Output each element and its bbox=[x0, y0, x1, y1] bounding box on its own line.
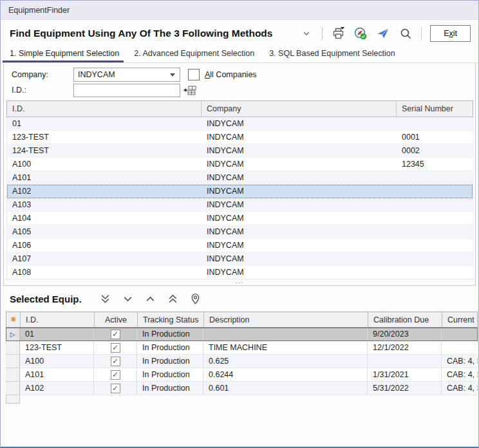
simple-selection-panel: Company: INDYCAM All Companies I.D.: bbox=[3, 63, 476, 286]
equipment-row[interactable]: A101 INDYCAM bbox=[7, 171, 473, 185]
tab-sql-equipment-selection[interactable]: 3. SQL Based Equipment Selection bbox=[269, 47, 395, 62]
cell-serial bbox=[397, 252, 473, 265]
equipment-row[interactable]: A104 INDYCAM bbox=[7, 212, 473, 225]
cell-id: A102 bbox=[20, 382, 94, 395]
equipment-row[interactable]: A105 INDYCAM bbox=[7, 225, 473, 239]
cell-active: ✓ bbox=[94, 328, 137, 341]
equipment-row[interactable]: 124-TEST INDYCAM 0002 bbox=[7, 144, 473, 158]
row-selector[interactable] bbox=[6, 355, 20, 368]
move-down-icon[interactable] bbox=[121, 292, 134, 305]
column-header-tracking-status[interactable]: Tracking Status bbox=[138, 312, 204, 327]
column-header-current-location[interactable]: Current L bbox=[442, 312, 477, 327]
column-header-id[interactable]: I.D. bbox=[21, 312, 95, 327]
title-bar: EquipmentFinder bbox=[1, 1, 478, 20]
cell-id: 01 bbox=[20, 328, 94, 341]
cell-company: INDYCAM bbox=[202, 212, 397, 225]
cell-description: 0.6244 bbox=[203, 368, 368, 382]
company-value: INDYCAM bbox=[78, 70, 170, 79]
new-row-selector-stub bbox=[6, 395, 20, 404]
cell-company: INDYCAM bbox=[202, 131, 397, 144]
selected-grid-body: ▷ 01 ✓ In Production 9/20/2023 123-TEST … bbox=[6, 328, 478, 395]
cell-id: A100 bbox=[7, 158, 202, 171]
selected-equipment-grid: ✱ I.D. Active Tracking Status Descriptio… bbox=[6, 312, 478, 404]
active-checkbox[interactable]: ✓ bbox=[111, 357, 120, 366]
cell-current-location: CAB: 4, SH bbox=[442, 355, 478, 368]
chevron-down-icon[interactable] bbox=[299, 26, 314, 41]
equipment-table: I.D. Company Serial Number 01 INDYCAM 12… bbox=[6, 100, 473, 279]
all-companies-checkbox[interactable] bbox=[188, 69, 200, 80]
cell-description: 0.601 bbox=[203, 382, 368, 395]
active-checkbox[interactable]: ✓ bbox=[111, 370, 120, 380]
tab-simple-equipment-selection[interactable]: 1. Simple Equipment Selection bbox=[10, 47, 119, 62]
print-icon[interactable] bbox=[331, 26, 345, 41]
search-icon[interactable] bbox=[399, 26, 413, 41]
column-header-description[interactable]: Description bbox=[204, 312, 368, 327]
id-lookup-icon[interactable] bbox=[183, 85, 197, 96]
cell-id: A105 bbox=[7, 225, 202, 238]
tab-advanced-equipment-selection[interactable]: 2. Advanced Equipment Selection bbox=[134, 47, 254, 62]
splitter-handle[interactable]: ··· bbox=[4, 279, 475, 285]
cell-serial: 0001 bbox=[397, 131, 473, 144]
active-checkbox[interactable]: ✓ bbox=[111, 384, 120, 393]
cell-calibration-due bbox=[368, 355, 442, 368]
cell-tracking-status: In Production bbox=[137, 382, 203, 395]
row-selector[interactable] bbox=[6, 341, 20, 355]
column-header-active[interactable]: Active bbox=[95, 312, 138, 327]
exit-button[interactable]: Exit bbox=[430, 25, 471, 42]
equipment-row[interactable]: A100 INDYCAM 12345 bbox=[7, 158, 473, 171]
cell-id: 124-TEST bbox=[7, 144, 202, 157]
cell-tracking-status: In Production bbox=[137, 355, 203, 368]
row-selector[interactable] bbox=[6, 382, 20, 395]
cell-description bbox=[203, 328, 368, 341]
cell-active: ✓ bbox=[94, 368, 137, 382]
cell-company: INDYCAM bbox=[202, 185, 397, 198]
cell-calibration-due: 9/20/2023 bbox=[368, 328, 442, 341]
tab-bar: 1. Simple Equipment Selection 2. Advance… bbox=[1, 47, 478, 63]
active-checkbox[interactable]: ✓ bbox=[111, 330, 120, 339]
equipment-row[interactable]: A108 INDYCAM bbox=[7, 266, 473, 279]
cell-calibration-due: 1/31/2021 bbox=[368, 368, 442, 382]
company-dropdown[interactable]: INDYCAM bbox=[73, 68, 180, 82]
equipment-row[interactable]: A107 INDYCAM bbox=[7, 252, 473, 266]
cell-company: INDYCAM bbox=[202, 266, 397, 279]
move-up-icon[interactable] bbox=[144, 292, 156, 305]
selected-equipment-row[interactable]: A102 ✓ In Production 0.601 5/31/2022 CAB… bbox=[6, 382, 478, 395]
active-checkbox[interactable]: ✓ bbox=[111, 343, 120, 353]
equipment-row[interactable]: A103 INDYCAM bbox=[7, 198, 473, 212]
column-header-calibration-due[interactable]: Calibration Due bbox=[368, 312, 442, 327]
column-header-id[interactable]: I.D. bbox=[7, 101, 202, 117]
selected-equipment-row[interactable]: ▷ 01 ✓ In Production 9/20/2023 bbox=[6, 328, 478, 341]
location-pin-icon[interactable] bbox=[189, 292, 202, 305]
move-all-up-icon[interactable] bbox=[166, 292, 179, 305]
toolbar-separator bbox=[322, 27, 323, 40]
cell-serial bbox=[397, 266, 473, 279]
cell-company: INDYCAM bbox=[202, 239, 397, 252]
equipment-row[interactable]: A102 INDYCAM bbox=[7, 185, 473, 198]
form-header: Find Equipment Using Any Of The 3 Follow… bbox=[1, 20, 478, 47]
move-all-down-icon[interactable] bbox=[99, 292, 111, 305]
column-header-serial-number[interactable]: Serial Number bbox=[397, 101, 473, 117]
selected-equipment-row[interactable]: A100 ✓ In Production 0.625 CAB: 4, SH bbox=[6, 355, 478, 368]
equipment-row[interactable]: 123-TEST INDYCAM 0001 bbox=[7, 131, 473, 144]
row-selector[interactable] bbox=[6, 368, 20, 382]
row-selector[interactable]: ▷ bbox=[6, 328, 20, 341]
send-icon[interactable] bbox=[376, 26, 390, 41]
cell-active: ✓ bbox=[94, 355, 137, 368]
header-toolbar: Exit bbox=[299, 25, 471, 42]
filter-form: Company: INDYCAM All Companies I.D.: bbox=[4, 63, 475, 98]
cell-id: A100 bbox=[20, 355, 94, 368]
selected-equipment-row[interactable]: A101 ✓ In Production 0.6244 1/31/2021 CA… bbox=[6, 368, 478, 382]
browse-verified-icon[interactable] bbox=[353, 26, 368, 41]
column-header-company[interactable]: Company bbox=[202, 101, 397, 117]
equipment-row[interactable]: A106 INDYCAM bbox=[7, 239, 473, 252]
cell-tracking-status: In Production bbox=[137, 368, 203, 382]
selected-equipment-row[interactable]: 123-TEST ✓ In Production TIME MACHINE 12… bbox=[6, 341, 478, 355]
cell-serial bbox=[397, 198, 473, 211]
id-label: I.D.: bbox=[12, 86, 73, 95]
cell-company: INDYCAM bbox=[202, 225, 397, 238]
id-input[interactable] bbox=[73, 84, 180, 97]
equipment-row[interactable]: 01 INDYCAM bbox=[7, 117, 473, 131]
empty-area bbox=[1, 404, 478, 447]
cell-active: ✓ bbox=[94, 341, 137, 355]
cell-id: A101 bbox=[20, 368, 94, 382]
